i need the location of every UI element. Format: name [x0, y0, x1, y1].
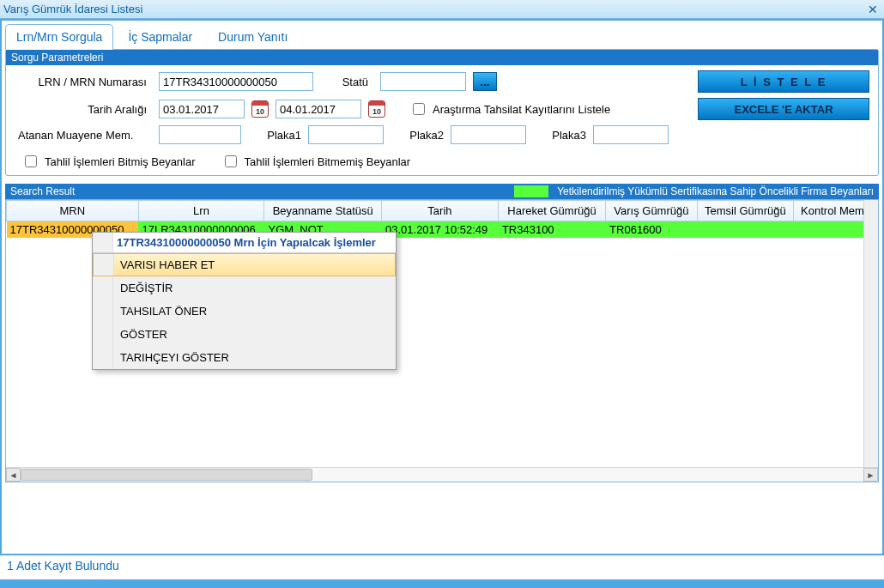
label-tarih-araligi: Tarih Aralığı [15, 103, 152, 116]
horizontal-scrollbar[interactable]: ◄ ► [6, 467, 878, 482]
result-panel-header: Search Result Yetkilendirilmiş Yükümlü S… [5, 184, 879, 199]
context-menu-title: 17TR34310000000050 Mrn İçin Yapıalcak İş… [93, 233, 396, 253]
col-tarih[interactable]: Tarih [382, 201, 499, 221]
listele-button[interactable]: L İ S T E L E [698, 70, 869, 93]
col-beyanname-statusu[interactable]: Beyanname Statüsü [264, 201, 382, 221]
grid-header-row: MRN Lrn Beyanname Statüsü Tarih Hareket … [7, 201, 878, 221]
tab-ic-sapmalar[interactable]: İç Sapmalar [117, 24, 203, 50]
label-plaka2: Plaka2 [401, 129, 444, 142]
context-menu: 17TR34310000000050 Mrn İçin Yapıalcak İş… [92, 232, 397, 370]
ctx-degistir[interactable]: DEĞİŞTİR [93, 276, 396, 300]
arastirma-tahsilat-checkbox[interactable] [413, 103, 425, 115]
cell-temsil [697, 221, 793, 239]
statu-lookup-button[interactable]: ... [473, 72, 497, 91]
query-panel: Sorgu Parametreleri LRN / MRN Numarası S… [5, 49, 879, 176]
plaka1-input[interactable] [308, 125, 384, 144]
query-panel-header: Sorgu Parametreleri [6, 50, 878, 65]
ctx-goster[interactable]: GÖSTER [93, 323, 396, 346]
label-atanan-muayene: Atanan Muayene Mem. [15, 129, 152, 142]
col-mrn[interactable]: MRN [7, 201, 139, 221]
ctx-tarihceyi-goster[interactable]: TARIHÇEYI GÖSTER [93, 346, 396, 369]
label-plaka1: Plaka1 [258, 129, 301, 142]
tahlil-bitmemis-checkbox[interactable] [225, 155, 237, 167]
col-lrn[interactable]: Lrn [138, 201, 264, 221]
tab-lrn-mrn-sorgula[interactable]: Lrn/Mrn Sorgula [5, 24, 113, 50]
plaka3-input[interactable] [593, 125, 669, 144]
close-icon[interactable]: ✕ [865, 3, 881, 16]
statu-input[interactable] [380, 72, 466, 91]
status-bar: 1 Adet Kayıt Bulundu [0, 555, 884, 576]
label-tahlil-bitmis: Tahlil İşlemleri Bitmiş Beyanlar [45, 155, 196, 168]
ctx-tahsilat-oner[interactable]: TAHSILAT ÖNER [93, 300, 396, 323]
date-from-input[interactable] [159, 100, 245, 118]
scroll-thumb[interactable] [21, 469, 312, 481]
plaka2-input[interactable] [451, 125, 526, 144]
cell-tarih: 03.01.2017 10:52:49 [382, 221, 499, 239]
tahlil-bitmis-checkbox[interactable] [25, 155, 37, 167]
scroll-right-arrow-icon[interactable]: ► [863, 468, 878, 482]
window-resize-strip [0, 579, 884, 588]
col-hareket-gumrugu[interactable]: Hareket Gümrüğü [498, 201, 605, 221]
ctx-varisi-haber-et[interactable]: VARISI HABER ET [93, 253, 396, 276]
scroll-track[interactable] [21, 468, 863, 482]
label-tahlil-bitmemis: Tahlil İşlemleri Bitmemiş Beyanlar [245, 155, 411, 168]
label-statu: Statü [330, 76, 373, 88]
window-title: Varış Gümrük İdaresi Listesi [3, 3, 142, 15]
tab-durum-yaniti[interactable]: Durum Yanıtı [207, 24, 299, 50]
cell-hareket: TR343100 [498, 221, 605, 239]
legend-swatch [514, 185, 548, 197]
legend-text: Yetkilendirilmiş Yükümlü Sertifikasına S… [557, 185, 874, 197]
vertical-scrollbar[interactable] [863, 200, 878, 467]
label-arastirma-tahsilat: Araştırma Tahsilat Kayıtlarını Listele [433, 103, 610, 116]
window-titlebar: Varış Gümrük İdaresi Listesi ✕ [0, 0, 884, 19]
scroll-left-arrow-icon[interactable]: ◄ [6, 468, 21, 482]
label-plaka3: Plaka3 [543, 129, 586, 142]
result-panel-title: Search Result [10, 185, 75, 197]
tab-strip: Lrn/Mrn Sorgula İç Sapmalar Durum Yanıtı [0, 19, 884, 50]
calendar-icon[interactable]: 10 [251, 100, 269, 118]
excel-aktar-button[interactable]: EXCELE 'E AKTAR [698, 98, 869, 120]
atanan-muayene-input[interactable] [159, 125, 241, 144]
col-varis-gumrugu[interactable]: Varış Gümrüğü [606, 201, 698, 221]
calendar-icon[interactable]: 10 [368, 100, 385, 118]
result-legend: Yetkilendirilmiş Yükümlü Sertifikasına S… [514, 185, 874, 197]
result-grid-wrap: MRN Lrn Beyanname Statüsü Tarih Hareket … [5, 199, 879, 482]
date-to-input[interactable] [275, 100, 361, 118]
label-lrn-mrn: LRN / MRN Numarası [15, 76, 152, 88]
col-temsil-gumrugu[interactable]: Temsil Gümrüğü [697, 201, 793, 221]
cell-varis: TR061600 [606, 221, 698, 239]
lrn-mrn-input[interactable] [159, 72, 313, 91]
